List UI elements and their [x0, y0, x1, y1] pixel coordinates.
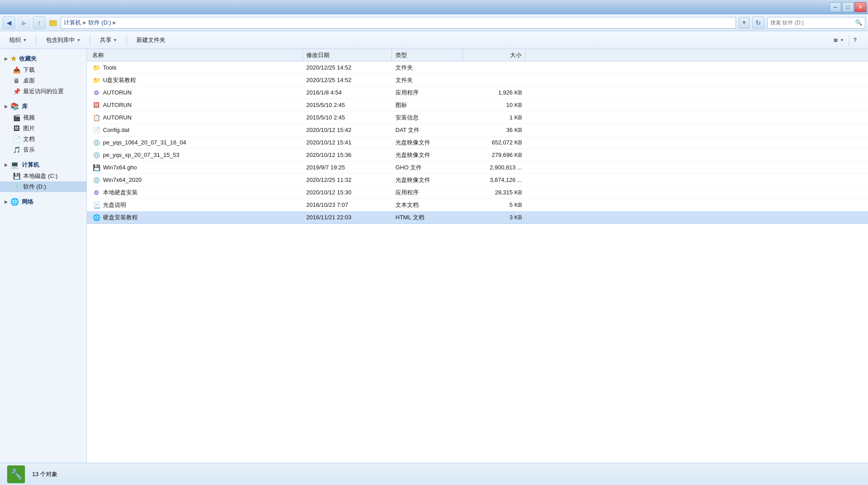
forward-button[interactable]: ▶ [18, 16, 30, 29]
file-name: 本地硬盘安装 [103, 189, 138, 197]
file-cell-date: 2020/10/12 15:41 [303, 139, 392, 146]
file-name: AUTORUN [103, 102, 132, 108]
file-icon: 💿 [92, 151, 100, 159]
download-icon: 📥 [12, 66, 21, 74]
file-name: pe_yqs_xp_20_07_31_15_53 [103, 152, 179, 158]
picture-label: 图片 [23, 124, 35, 132]
favorites-arrow: ▶ [4, 57, 8, 61]
file-row[interactable]: ⚙ 本地硬盘安装 2020/10/12 15:30 应用程序 28,315 KB [87, 186, 868, 199]
file-row[interactable]: 💾 Win7x64.gho 2019/9/7 19:25 GHO 文件 2,90… [87, 161, 868, 174]
col-header-type[interactable]: 类型 [392, 49, 463, 61]
file-icon: 📁 [92, 64, 100, 72]
file-row[interactable]: 📁 U盘安装教程 2020/12/25 14:52 文件夹 [87, 74, 868, 86]
file-list-header: 名称 修改日期 类型 大小 [87, 49, 868, 62]
col-header-size[interactable]: 大小 [463, 49, 526, 61]
sidebar-item-music[interactable]: 🎵 音乐 [0, 144, 86, 155]
file-name: Config.dat [103, 127, 129, 133]
up-button[interactable]: ↑ [33, 16, 45, 29]
sidebar-item-download[interactable]: 📥 下载 [0, 65, 86, 75]
maximize-button[interactable]: □ [842, 2, 854, 12]
include-button[interactable]: 包含到库中 ▼ [40, 33, 86, 47]
statusbar-app-icon: 🔧 [7, 465, 25, 483]
library-arrow: ▶ [4, 104, 8, 109]
refresh-button[interactable]: ↻ [752, 16, 765, 29]
local-c-label: 本地磁盘 (C:) [23, 172, 58, 180]
file-cell-type: 安装信息 [392, 114, 463, 122]
recent-label: 最近访问的位置 [23, 87, 64, 95]
file-name: Tools [103, 64, 116, 71]
network-icon: 🌐 [10, 197, 19, 206]
file-icon: 📄 [92, 126, 100, 134]
file-name: pe_yqs_1064_20_07_31_16_04 [103, 139, 186, 146]
organize-button[interactable]: 组织 ▼ [4, 33, 33, 47]
file-row[interactable]: 💿 Win7x64_2020 2020/12/25 11:32 光盘映像文件 3… [87, 174, 868, 186]
path-software-d[interactable]: 软件 (D:) [88, 19, 111, 27]
file-list-body[interactable]: 📁 Tools 2020/12/25 14:52 文件夹 📁 U盘安装教程 20… [87, 62, 868, 463]
sidebar-item-recent[interactable]: 📌 最近访问的位置 [0, 86, 86, 97]
sidebar-header-computer[interactable]: ▶ 💻 计算机 [0, 159, 86, 171]
file-row[interactable]: 📋 AUTORUN 2015/5/10 2:45 安装信息 1 KB [87, 111, 868, 124]
software-d-icon: 💿 [12, 183, 21, 191]
help-button[interactable]: ? [853, 33, 864, 47]
sidebar-header-favorites[interactable]: ▶ ★ 收藏夹 [0, 53, 86, 65]
file-row[interactable]: 🖼 AUTORUN 2015/5/10 2:45 图标 10 KB [87, 99, 868, 111]
file-row[interactable]: 📁 Tools 2020/12/25 14:52 文件夹 [87, 62, 868, 74]
toolbar-sep-3 [127, 35, 127, 45]
file-icon: ⚙ [92, 189, 100, 197]
file-cell-type: 光盘映像文件 [392, 139, 463, 147]
file-icon: 📁 [92, 76, 100, 84]
sidebar-item-desktop[interactable]: 🖥 桌面 [0, 75, 86, 86]
address-path[interactable]: 计算机 ▶ 软件 (D:) ▶ [61, 17, 736, 29]
close-button[interactable]: ✕ [855, 2, 866, 12]
file-row[interactable]: 📄 Config.dat 2020/10/12 15:42 DAT 文件 36 … [87, 124, 868, 136]
file-cell-size: 652,072 KB [463, 139, 526, 146]
file-row[interactable]: 💿 pe_yqs_1064_20_07_31_16_04 2020/10/12 … [87, 136, 868, 149]
file-cell-size: 1,926 KB [463, 89, 526, 96]
file-cell-type: GHO 文件 [392, 164, 463, 172]
file-cell-size: 1 KB [463, 114, 526, 121]
sidebar-header-network[interactable]: ▶ 🌐 网络 [0, 196, 86, 208]
favorites-label: 收藏夹 [19, 55, 37, 63]
file-cell-date: 2020/10/12 15:42 [303, 127, 392, 133]
file-row[interactable]: 🌐 硬盘安装教程 2016/11/21 22:03 HTML 文档 3 KB [87, 211, 868, 224]
file-cell-size: 36 KB [463, 127, 526, 133]
col-header-date[interactable]: 修改日期 [303, 49, 392, 61]
new-folder-button[interactable]: 新建文件夹 [131, 33, 171, 47]
search-input[interactable] [770, 20, 853, 26]
file-row[interactable]: 💿 pe_yqs_xp_20_07_31_15_53 2020/10/12 15… [87, 149, 868, 161]
sidebar-item-local-c[interactable]: 💾 本地磁盘 (C:) [0, 171, 86, 181]
sidebar-item-video[interactable]: 🎬 视频 [0, 112, 86, 123]
path-computer[interactable]: 计算机 [64, 19, 81, 27]
file-cell-name: 💿 pe_yqs_1064_20_07_31_16_04 [89, 139, 303, 147]
software-d-label: 软件 (D:) [23, 183, 46, 191]
file-cell-name: 📁 U盘安装教程 [89, 76, 303, 84]
file-cell-type: 光盘映像文件 [392, 151, 463, 159]
file-cell-name: 📃 光盘说明 [89, 201, 303, 209]
favorites-star-icon: ★ [10, 54, 16, 63]
local-c-icon: 💾 [12, 172, 21, 180]
file-row[interactable]: 📃 光盘说明 2016/10/23 7:07 文本文档 5 KB [87, 199, 868, 211]
back-button[interactable]: ◀ [3, 16, 15, 29]
file-row[interactable]: ⚙ AUTORUN 2016/1/8 4:54 应用程序 1,926 KB [87, 86, 868, 99]
sidebar-item-document[interactable]: 📄 文档 [0, 134, 86, 144]
view-button[interactable]: ≣ ▼ [833, 33, 845, 47]
file-cell-name: 📋 AUTORUN [89, 114, 303, 122]
file-icon: 📃 [92, 201, 100, 209]
window-controls: ─ □ ✕ [830, 2, 866, 12]
file-cell-type: 文本文档 [392, 201, 463, 209]
file-cell-date: 2016/11/21 22:03 [303, 214, 392, 221]
sidebar-item-picture[interactable]: 🖼 图片 [0, 123, 86, 134]
toolbar: 组织 ▼ 包含到库中 ▼ 共享 ▼ 新建文件夹 ≣ ▼ ? [0, 31, 868, 49]
address-dropdown[interactable]: ▼ [739, 17, 749, 29]
computer-arrow: ▶ [4, 163, 8, 167]
search-box[interactable]: 🔍 [767, 17, 865, 29]
sidebar-item-software-d[interactable]: 💿 软件 (D:) [0, 181, 86, 192]
col-header-name[interactable]: 名称 [89, 49, 303, 61]
view-arrow: ▼ [840, 38, 844, 42]
file-icon: 💾 [92, 164, 100, 172]
sidebar-header-library[interactable]: ▶ 📚 库 [0, 100, 86, 112]
file-cell-type: 文件夹 [392, 64, 463, 72]
col-size-label: 大小 [510, 51, 522, 59]
minimize-button[interactable]: ─ [830, 2, 841, 12]
share-button[interactable]: 共享 ▼ [94, 33, 123, 47]
